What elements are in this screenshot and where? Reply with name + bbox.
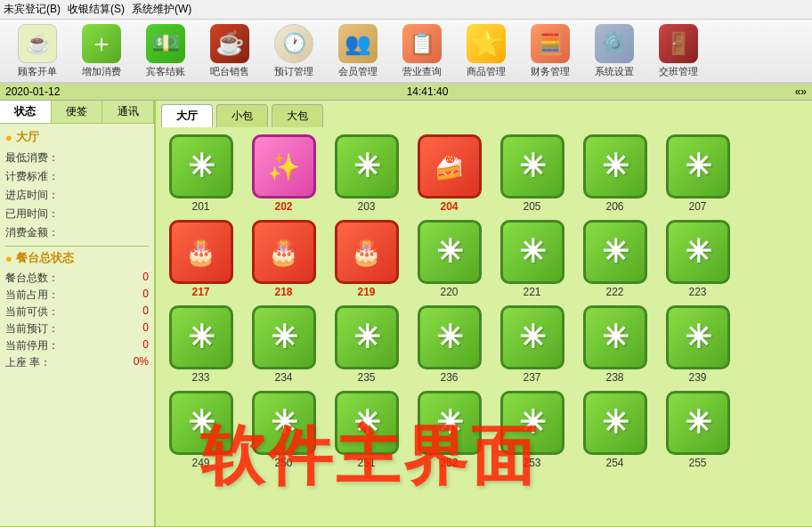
table-grid: ✳ 201 ✨ 202 ✳ 203 🍰 204 ✳ 205 xyxy=(156,127,812,526)
content-tabs: 大厅 小包 大包 xyxy=(156,101,812,127)
btn-booking[interactable]: 🕐 预订管理 xyxy=(264,20,324,82)
btn-add-consume[interactable]: ＋ 增加消费 xyxy=(71,20,132,82)
btn-bar-sale[interactable]: ☕ 吧台销售 xyxy=(199,20,260,82)
btn-business[interactable]: 📋 营业查询 xyxy=(392,20,452,82)
table-253[interactable]: ✳ 253 xyxy=(494,391,570,469)
datebar: 2020-01-12 14:41:40 «» xyxy=(0,84,812,101)
table-217[interactable]: 🎂 217 xyxy=(163,220,239,298)
table-202[interactable]: ✨ 202 xyxy=(246,134,321,213)
table-237[interactable]: ✳ 237 xyxy=(494,305,570,384)
stat-available: 当前可供： 0 xyxy=(5,304,149,320)
table-221[interactable]: ✳ 221 xyxy=(494,220,570,298)
menu-cashier[interactable]: 收银结算(S) xyxy=(68,2,125,17)
table-255[interactable]: ✳ 255 xyxy=(660,391,735,469)
table-222[interactable]: ✳ 222 xyxy=(577,220,653,298)
table-236[interactable]: ✳ 236 xyxy=(411,305,487,384)
stat-reserved: 当前预订： 0 xyxy=(5,320,149,337)
table-206[interactable]: ✳ 206 xyxy=(577,134,653,213)
menu-system[interactable]: 系统维护(W) xyxy=(132,2,191,17)
table-254[interactable]: ✳ 254 xyxy=(577,391,653,469)
table-238[interactable]: ✳ 238 xyxy=(577,305,653,384)
tab-notes[interactable]: 便签 xyxy=(52,101,103,123)
table-201[interactable]: ✳ 201 xyxy=(163,134,239,213)
stat-total: 餐台总数： 0 xyxy=(5,270,149,287)
menubar: 未宾登记(B) 收银结算(S) 系统维护(W) xyxy=(0,0,812,20)
table-row-1: ✳ 201 ✨ 202 ✳ 203 🍰 204 ✳ 205 xyxy=(163,134,805,213)
btn-checkout[interactable]: 💵 宾客结账 xyxy=(135,20,196,82)
toolbar: ☕ 顾客开单 ＋ 增加消费 💵 宾客结账 ☕ 吧台销售 🕐 预订管理 👥 会员管… xyxy=(0,20,812,84)
info-amount: 消费金额： xyxy=(5,223,149,242)
table-233[interactable]: ✳ 233 xyxy=(163,305,239,384)
table-235[interactable]: ✳ 235 xyxy=(329,305,404,384)
table-row-2: 🎂 217 🎂 218 🎂 219 ✳ 220 ✳ 221 xyxy=(163,220,805,298)
table-218[interactable]: 🎂 218 xyxy=(246,220,321,298)
table-249[interactable]: ✳ 249 xyxy=(163,391,239,469)
table-239[interactable]: ✳ 239 xyxy=(660,305,735,384)
btn-handover[interactable]: 🚪 交班管理 xyxy=(648,20,709,82)
collapse-btn[interactable]: «» xyxy=(795,85,807,98)
btn-open-order[interactable]: ☕ 顾客开单 xyxy=(7,20,68,82)
stat-occupied: 当前占用： 0 xyxy=(5,287,149,304)
current-date: 2020-01-12 xyxy=(5,85,60,98)
sidebar-tabs: 状态 便签 通讯 xyxy=(0,101,154,124)
section-status-title: 餐台总状态 xyxy=(5,250,149,266)
stat-occupancy: 上座 率： 0% xyxy=(5,354,149,371)
btn-finance[interactable]: 🧮 财务管理 xyxy=(520,20,581,82)
btn-goods[interactable]: ⭐ 商品管理 xyxy=(456,20,516,82)
table-220[interactable]: ✳ 220 xyxy=(411,220,487,298)
tab-comm[interactable]: 通讯 xyxy=(102,101,154,123)
info-cost-standard: 计费标准： xyxy=(5,167,149,186)
tab-hall[interactable]: 大厅 xyxy=(161,104,213,127)
table-207[interactable]: ✳ 207 xyxy=(660,134,735,213)
tab-status[interactable]: 状态 xyxy=(0,101,52,123)
stat-disabled: 当前停用： 0 xyxy=(5,337,149,354)
table-row-3: ✳ 233 ✳ 234 ✳ 235 ✳ 236 ✳ 237 xyxy=(163,305,805,384)
btn-settings[interactable]: ⚙️ 系统设置 xyxy=(584,20,645,82)
table-219[interactable]: 🎂 219 xyxy=(329,220,404,298)
table-205[interactable]: ✳ 205 xyxy=(494,134,570,213)
btn-member[interactable]: 👥 会员管理 xyxy=(328,20,388,82)
tab-small-room[interactable]: 小包 xyxy=(216,104,268,127)
table-251[interactable]: ✳ 251 xyxy=(329,391,404,469)
tab-big-room[interactable]: 大包 xyxy=(272,104,323,127)
info-used-time: 已用时间： xyxy=(5,205,149,223)
table-252[interactable]: ✳ 252 xyxy=(411,391,487,469)
table-223[interactable]: ✳ 223 xyxy=(660,220,735,298)
content-area: 大厅 小包 大包 ✳ 201 ✨ 202 ✳ 203 🍰 xyxy=(156,101,812,526)
table-250[interactable]: ✳ 250 xyxy=(246,391,321,469)
current-time: 14:41:40 xyxy=(407,85,449,98)
info-checkin-time: 进店时间： xyxy=(5,186,149,205)
table-204[interactable]: 🍰 204 xyxy=(411,134,487,213)
section-hall-title: 大厅 xyxy=(5,129,149,145)
info-min-cost: 最低消费： xyxy=(5,149,149,167)
table-203[interactable]: ✳ 203 xyxy=(329,134,404,213)
table-234[interactable]: ✳ 234 xyxy=(246,305,321,384)
table-row-4: ✳ 249 ✳ 250 ✳ 251 ✳ 252 ✳ 253 xyxy=(163,391,805,469)
menu-guest[interactable]: 未宾登记(B) xyxy=(4,2,61,17)
sidebar: 状态 便签 通讯 大厅 最低消费： 计费标准： 进店时间： 已用时间： xyxy=(0,101,156,526)
